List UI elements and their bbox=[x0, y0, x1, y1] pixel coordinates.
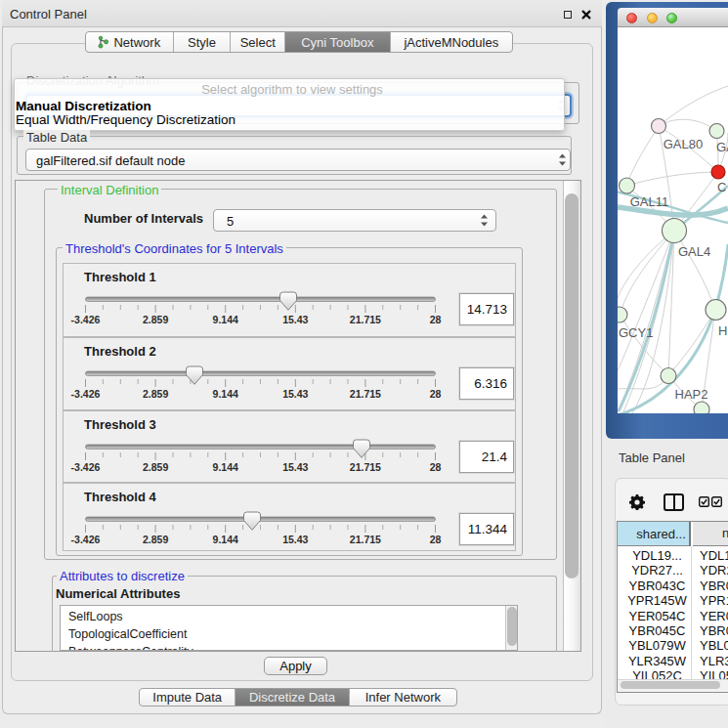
svg-text:21.715: 21.715 bbox=[350, 534, 381, 545]
svg-text:28: 28 bbox=[430, 314, 442, 325]
svg-text:21.715: 21.715 bbox=[350, 461, 381, 473]
svg-text:15.43: 15.43 bbox=[282, 461, 308, 473]
svg-text:-3.426: -3.426 bbox=[71, 388, 101, 400]
svg-text:15.43: 15.43 bbox=[282, 534, 308, 545]
svg-text:9.144: 9.144 bbox=[213, 461, 238, 473]
svg-text:2.859: 2.859 bbox=[143, 534, 168, 545]
svg-text:21.715: 21.715 bbox=[350, 388, 381, 400]
svg-text:28: 28 bbox=[430, 388, 442, 400]
svg-text:GAL11: GAL11 bbox=[630, 194, 669, 209]
svg-text:GCY1: GCY1 bbox=[619, 325, 653, 340]
svg-text:2.859: 2.859 bbox=[143, 388, 168, 400]
svg-text:-3.426: -3.426 bbox=[71, 461, 101, 473]
svg-text:-3.426: -3.426 bbox=[71, 534, 101, 545]
svg-text:H: H bbox=[718, 323, 727, 338]
svg-text:HAP2: HAP2 bbox=[675, 387, 708, 402]
svg-text:9.144: 9.144 bbox=[213, 388, 238, 400]
svg-text:15.43: 15.43 bbox=[282, 388, 308, 400]
svg-text:9.144: 9.144 bbox=[213, 534, 238, 545]
svg-text:GAL80: GAL80 bbox=[664, 137, 703, 151]
svg-text:2.859: 2.859 bbox=[143, 461, 168, 473]
svg-text:GAL: GAL bbox=[716, 140, 728, 154]
svg-text:2.859: 2.859 bbox=[143, 314, 168, 325]
svg-text:28: 28 bbox=[430, 534, 442, 545]
svg-text:28: 28 bbox=[430, 461, 442, 473]
svg-text:9.144: 9.144 bbox=[213, 314, 238, 325]
svg-text:C: C bbox=[717, 180, 726, 194]
svg-text:15.43: 15.43 bbox=[282, 314, 308, 325]
svg-text:GAL4: GAL4 bbox=[678, 244, 710, 259]
svg-text:21.715: 21.715 bbox=[350, 314, 381, 325]
svg-text:-3.426: -3.426 bbox=[71, 314, 101, 325]
